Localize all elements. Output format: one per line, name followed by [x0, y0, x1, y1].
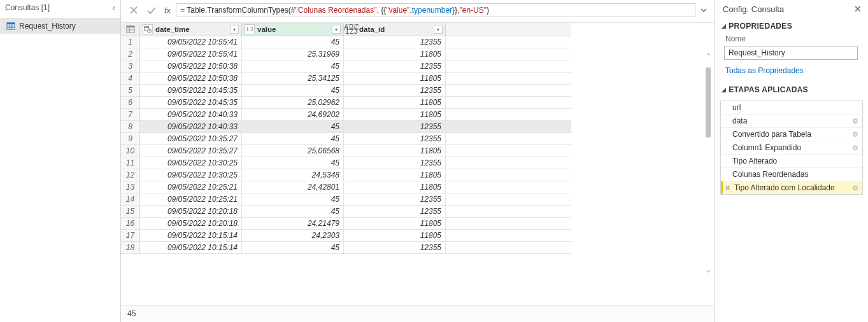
row-number[interactable]: 7 — [121, 109, 140, 120]
cell-data-id[interactable]: 12355 — [344, 121, 446, 132]
applied-step[interactable]: data⚙ — [721, 115, 862, 128]
row-number[interactable]: 15 — [121, 206, 140, 217]
row-number[interactable]: 4 — [121, 73, 140, 84]
cell-data-id[interactable]: 11805 — [344, 73, 446, 84]
select-all-corner[interactable] — [121, 23, 140, 36]
row-number[interactable]: 13 — [121, 181, 140, 193]
table-row[interactable]: 809/05/2022 10:40:334512355 — [121, 121, 571, 133]
cell-date-time[interactable]: 09/05/2022 10:20:18 — [140, 218, 242, 229]
cell-data-id[interactable]: 11805 — [344, 218, 446, 229]
all-properties-link[interactable]: Todas as Propriedades — [715, 65, 868, 81]
cell-date-time[interactable]: 09/05/2022 10:55:41 — [140, 48, 242, 60]
cell-value[interactable]: 25,06568 — [242, 145, 344, 157]
scroll-thumb[interactable] — [706, 67, 711, 137]
row-number[interactable]: 14 — [121, 193, 140, 205]
cell-date-time[interactable]: 09/05/2022 10:55:41 — [140, 36, 242, 48]
delete-step-icon[interactable]: ✕ — [725, 184, 730, 192]
table-row[interactable]: 109/05/2022 10:55:414512355 — [121, 36, 571, 48]
scroll-up-arrow-icon[interactable]: ˄ — [706, 52, 711, 62]
column-header-data-id[interactable]: ABC 123 data_id ▾ — [344, 23, 446, 36]
queries-collapse-chevron-icon[interactable]: ‹ — [112, 3, 115, 13]
cell-value[interactable]: 24,2303 — [242, 230, 344, 241]
cell-value[interactable]: 45 — [242, 157, 344, 169]
cell-data-id[interactable]: 11805 — [344, 169, 446, 181]
table-row[interactable]: 1109/05/2022 10:30:254512355 — [121, 157, 571, 169]
gear-icon[interactable]: ⚙ — [852, 144, 858, 152]
cell-value[interactable]: 25,31969 — [242, 48, 344, 60]
cell-value[interactable]: 25,34125 — [242, 73, 344, 84]
applied-step[interactable]: Colunas Reordenadas — [721, 168, 862, 181]
applied-step[interactable]: url — [721, 101, 862, 115]
cell-data-id[interactable]: 12355 — [344, 157, 446, 169]
row-number[interactable]: 10 — [121, 145, 140, 157]
cell-data-id[interactable]: 11805 — [344, 109, 446, 120]
cell-data-id[interactable]: 12355 — [344, 242, 446, 253]
cell-date-time[interactable]: 09/05/2022 10:15:14 — [140, 242, 242, 253]
cell-date-time[interactable]: 09/05/2022 10:25:21 — [140, 193, 242, 205]
cell-value[interactable]: 45 — [242, 133, 344, 144]
query-item-request-history[interactable]: Request_History — [0, 18, 120, 34]
cell-value[interactable]: 24,21479 — [242, 218, 344, 229]
cell-value[interactable]: 45 — [242, 206, 344, 217]
cell-date-time[interactable]: 09/05/2022 10:40:33 — [140, 109, 242, 120]
column-header-value[interactable]: 1.2 value ▾ — [242, 23, 344, 36]
row-number[interactable]: 17 — [121, 230, 140, 241]
table-row[interactable]: 1709/05/2022 10:15:1424,230311805 — [121, 230, 571, 242]
cell-data-id[interactable]: 12355 — [344, 60, 446, 72]
row-number[interactable]: 9 — [121, 133, 140, 144]
decimal-type-icon[interactable]: 1.2 — [245, 24, 255, 34]
close-settings-button[interactable]: ✕ — [854, 4, 862, 14]
fx-icon[interactable]: fx — [162, 6, 173, 15]
cell-value[interactable]: 24,5348 — [242, 169, 344, 181]
vertical-scrollbar[interactable]: ˄ ˅ — [703, 52, 713, 279]
table-row[interactable]: 209/05/2022 10:55:4125,3196911805 — [121, 48, 571, 60]
row-number[interactable]: 18 — [121, 242, 140, 253]
query-name-input[interactable] — [724, 46, 858, 60]
datetime-type-icon[interactable] — [143, 24, 153, 34]
gear-icon[interactable]: ⚙ — [852, 117, 858, 125]
cell-date-time[interactable]: 09/05/2022 10:35:27 — [140, 133, 242, 144]
row-number[interactable]: 1 — [121, 36, 140, 48]
properties-section-header[interactable]: ◢ PROPRIEDADES — [715, 18, 868, 34]
table-row[interactable]: 1509/05/2022 10:20:184512355 — [121, 206, 571, 218]
cell-data-id[interactable]: 12355 — [344, 36, 446, 48]
table-row[interactable]: 309/05/2022 10:50:384512355 — [121, 60, 571, 73]
cell-data-id[interactable]: 12355 — [344, 85, 446, 96]
cell-date-time[interactable]: 09/05/2022 10:50:38 — [140, 73, 242, 84]
cell-date-time[interactable]: 09/05/2022 10:35:27 — [140, 145, 242, 157]
cell-value[interactable]: 25,02962 — [242, 97, 344, 108]
cell-data-id[interactable]: 11805 — [344, 48, 446, 60]
cell-date-time[interactable]: 09/05/2022 10:15:14 — [140, 230, 242, 241]
cell-data-id[interactable]: 11805 — [344, 97, 446, 108]
row-number[interactable]: 5 — [121, 85, 140, 96]
filter-dropdown-icon[interactable]: ▾ — [434, 25, 443, 34]
gear-icon[interactable]: ⚙ — [852, 184, 858, 192]
table-row[interactable]: 509/05/2022 10:45:354512355 — [121, 85, 571, 97]
applied-step[interactable]: Column1 Expandido⚙ — [721, 141, 862, 155]
table-row[interactable]: 1009/05/2022 10:35:2725,0656811805 — [121, 145, 571, 157]
cell-value[interactable]: 45 — [242, 85, 344, 96]
cell-date-time[interactable]: 09/05/2022 10:40:33 — [140, 121, 242, 132]
cancel-formula-button[interactable] — [126, 3, 141, 17]
cell-data-id[interactable]: 12355 — [344, 133, 446, 144]
cell-data-id[interactable]: 12355 — [344, 193, 446, 205]
cell-data-id[interactable]: 11805 — [344, 145, 446, 157]
cell-date-time[interactable]: 09/05/2022 10:30:25 — [140, 169, 242, 181]
formula-expand-chevron-icon[interactable] — [698, 6, 709, 14]
table-row[interactable]: 1609/05/2022 10:20:1824,2147911805 — [121, 218, 571, 230]
cell-value[interactable]: 24,42801 — [242, 181, 344, 193]
applied-step[interactable]: Tipo Alterado — [721, 155, 862, 168]
cell-value[interactable]: 45 — [242, 36, 344, 48]
cell-data-id[interactable]: 11805 — [344, 181, 446, 193]
row-number[interactable]: 12 — [121, 169, 140, 181]
scroll-down-arrow-icon[interactable]: ˅ — [706, 269, 711, 279]
applied-step[interactable]: ✕Tipo Alterado com Localidade⚙ — [721, 181, 862, 194]
applied-step[interactable]: Convertido para Tabela⚙ — [721, 128, 862, 141]
cell-value[interactable]: 24,69202 — [242, 109, 344, 120]
row-number[interactable]: 8 — [121, 121, 140, 132]
cell-date-time[interactable]: 09/05/2022 10:25:21 — [140, 181, 242, 193]
cell-date-time[interactable]: 09/05/2022 10:45:35 — [140, 85, 242, 96]
cell-date-time[interactable]: 09/05/2022 10:45:35 — [140, 97, 242, 108]
filter-dropdown-icon[interactable]: ▾ — [332, 25, 341, 34]
gear-icon[interactable]: ⚙ — [852, 130, 858, 139]
